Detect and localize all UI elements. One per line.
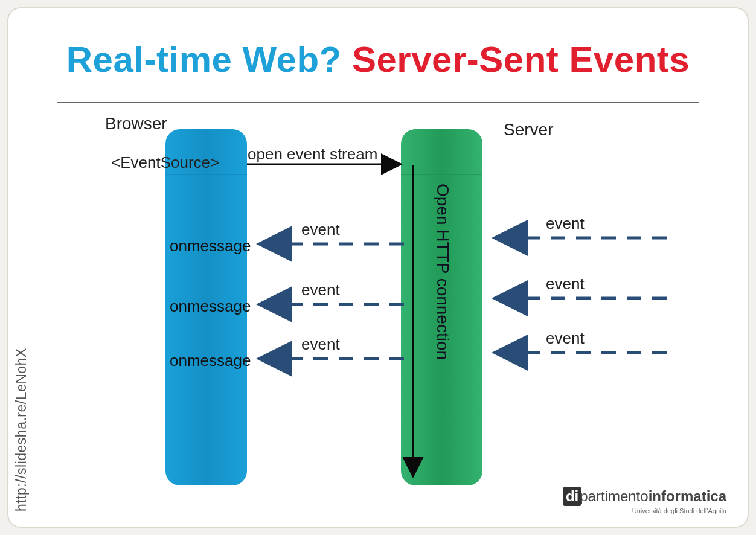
title-part1: Real-time Web? xyxy=(66,39,352,80)
server-label: Server xyxy=(504,120,553,139)
event-source-label: <EventSource> xyxy=(111,153,219,171)
external-event-3: event xyxy=(495,329,667,353)
external-event-2: event xyxy=(495,275,667,298)
side-short-url: http://slidesha.re/LeNohX xyxy=(13,348,30,511)
title-divider xyxy=(57,102,699,103)
sse-event-3-label: event xyxy=(301,335,340,353)
onmessage-2-label: onmessage xyxy=(170,297,251,315)
logo-subtitle: Università degli Studi dell'Aquila xyxy=(563,507,726,514)
sse-event-1-label: event xyxy=(301,220,340,239)
logo-bold: informatica xyxy=(649,488,726,504)
open-http-label: Open HTTP connection xyxy=(434,184,452,360)
browser-label: Browser xyxy=(105,114,167,133)
logo-mid: partimento xyxy=(580,488,648,504)
external-event-3-label: event xyxy=(546,329,585,347)
onmessage-3-label: onmessage xyxy=(170,351,251,370)
footer-logo: dipartimentoinformatica Università degli… xyxy=(563,487,726,514)
slide-frame: Real-time Web? Server-Sent Events xyxy=(7,7,749,528)
external-event-1: event xyxy=(495,214,667,238)
title-part2: Server-Sent Events xyxy=(352,39,690,80)
sse-diagram: Browser <EventSource> Server open event … xyxy=(45,111,739,498)
external-event-2-label: event xyxy=(546,275,585,293)
slide-title: Real-time Web? Server-Sent Events xyxy=(8,39,748,80)
svg-rect-0 xyxy=(165,174,247,175)
sse-event-2-label: event xyxy=(301,281,340,299)
logo-prefix: di xyxy=(563,487,581,506)
open-stream-label: open event stream xyxy=(248,145,377,163)
onmessage-1-label: onmessage xyxy=(170,237,251,255)
external-event-1-label: event xyxy=(546,214,585,232)
